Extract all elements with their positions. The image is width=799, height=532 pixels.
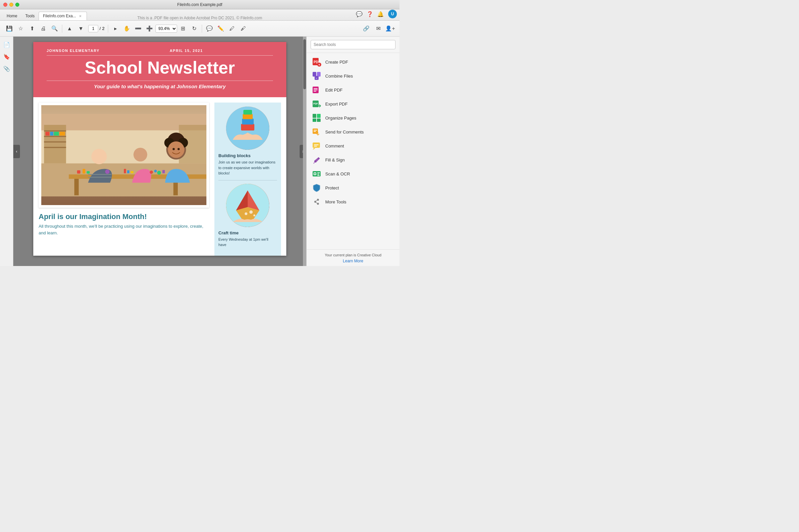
svg-rect-80 <box>314 173 316 174</box>
tab-tools-label: Tools <box>25 14 35 18</box>
email-button[interactable]: ✉ <box>373 23 383 34</box>
page-separator: / <box>99 26 101 31</box>
toolbar: 💾 ☆ ⬆ 🖨 🔍 ▲ ▼ / 2 ▸ ✋ ➖ ➕ 93.4% 50% 75% … <box>0 21 400 37</box>
tool-fill-sign[interactable]: Fill & Sign <box>307 153 400 167</box>
svg-point-49 <box>253 214 255 216</box>
save-button[interactable]: 💾 <box>4 23 15 34</box>
tool-scan-ocr[interactable]: Scan & OCR <box>307 167 400 181</box>
svg-rect-82 <box>317 174 319 174</box>
bell-icon[interactable]: 🔔 <box>378 11 383 17</box>
zoom-out-button[interactable]: ➖ <box>133 23 144 34</box>
more-tools-label: More Tools <box>325 200 346 204</box>
create-pdf-icon: PDF + <box>312 57 321 66</box>
tab-close-icon[interactable]: ✕ <box>78 14 82 18</box>
minimize-button[interactable] <box>9 3 13 7</box>
tool-combine-files[interactable]: + Combine Files <box>307 69 400 83</box>
newsletter-divider-2 <box>46 80 273 81</box>
svg-rect-42 <box>243 110 252 115</box>
svg-rect-9 <box>50 132 53 136</box>
school-name: JOHNSON ELEMENTARY <box>46 49 99 53</box>
help-icon[interactable]: ❓ <box>367 11 373 17</box>
craft-image <box>226 184 269 227</box>
svg-rect-60 <box>313 90 318 90</box>
tool-send-for-comments[interactable]: Send for Comments <box>307 125 400 139</box>
add-user-button[interactable]: 👤+ <box>385 23 396 34</box>
sidebar-section1-body: Join us as we use our imaginations to cr… <box>218 159 277 176</box>
sidebar-attachments-button[interactable]: 📎 <box>1 63 12 74</box>
organize-pages-label: Organize Pages <box>325 115 356 120</box>
comment-tool-button[interactable]: 💬 <box>204 23 215 34</box>
traffic-lights[interactable] <box>3 3 19 7</box>
rotate-button[interactable]: ↻ <box>189 23 200 34</box>
scroll-left-arrow[interactable]: ‹ <box>13 145 20 158</box>
svg-rect-32 <box>127 170 130 173</box>
tool-comment[interactable]: Comment <box>307 139 400 153</box>
combine-files-icon: + <box>312 71 321 80</box>
svg-marker-74 <box>312 148 315 150</box>
tool-edit-pdf[interactable]: Edit PDF <box>307 83 400 97</box>
svg-rect-29 <box>87 171 90 173</box>
pdf-area[interactable]: ‹ › JOHNSON ELEMENTARY APRIL 15, 2021 Sc… <box>13 37 306 266</box>
edit-pdf-label: Edit PDF <box>325 88 343 93</box>
zoom-select[interactable]: 93.4% 50% 75% 100% 125% 150% <box>155 25 177 33</box>
next-page-button[interactable]: ▼ <box>76 23 86 34</box>
svg-point-36 <box>157 171 161 175</box>
stamp-button[interactable]: 🖋 <box>238 23 249 34</box>
newsletter-main: April is our Imagination Month! All thro… <box>39 102 209 256</box>
avatar[interactable]: U <box>388 10 397 18</box>
svg-rect-41 <box>243 114 253 119</box>
highlight-button[interactable]: ✏️ <box>215 23 226 34</box>
upload-button[interactable]: ⬆ <box>26 23 37 34</box>
scrollbar-thumb[interactable] <box>303 39 306 89</box>
maximize-button[interactable] <box>15 3 19 7</box>
tool-protect[interactable]: Protect <box>307 181 400 195</box>
more-tools-icon <box>312 197 321 206</box>
learn-more-link[interactable]: Learn More <box>343 259 363 263</box>
hand-tool-button[interactable]: ✋ <box>121 23 132 34</box>
prev-page-button[interactable]: ▲ <box>64 23 75 34</box>
tab-tools[interactable]: Tools <box>21 12 39 20</box>
tool-organize-pages[interactable]: Organize Pages <box>307 111 400 125</box>
tool-create-pdf[interactable]: PDF + Create PDF <box>307 55 400 69</box>
tab-bar: Home Tools FileInfo.com Exa... ✕ This is… <box>0 9 400 21</box>
scan-ocr-icon <box>312 169 321 178</box>
fit-page-button[interactable]: ⊞ <box>178 23 188 34</box>
bookmark-button[interactable]: ☆ <box>15 23 26 34</box>
tool-export-pdf[interactable]: PDF Export PDF <box>307 97 400 111</box>
svg-text:PDF: PDF <box>313 102 318 105</box>
svg-rect-81 <box>317 172 320 173</box>
zoom-in-button[interactable]: ➕ <box>144 23 155 34</box>
sidebar-section2-body: Every Wednesday at 1pm we'll have <box>218 237 277 248</box>
search-input[interactable] <box>311 40 396 49</box>
print-button[interactable]: 🖨 <box>38 23 49 34</box>
close-button[interactable] <box>3 3 7 7</box>
svg-rect-54 <box>312 72 316 77</box>
sidebar-pages-button[interactable]: 📄 <box>1 39 12 50</box>
select-tool-button[interactable]: ▸ <box>110 23 121 34</box>
tab-home[interactable]: Home <box>3 12 21 20</box>
tab-home-label: Home <box>7 14 17 18</box>
svg-rect-11 <box>60 132 65 136</box>
sidebar-bookmarks-button[interactable]: 🔖 <box>1 51 12 62</box>
draw-button[interactable]: 🖊 <box>227 23 237 34</box>
create-pdf-label: Create PDF <box>325 60 348 64</box>
svg-rect-27 <box>77 170 80 174</box>
newsletter-meta: JOHNSON ELEMENTARY APRIL 15, 2021 <box>46 49 273 53</box>
zoom-in-search-button[interactable]: 🔍 <box>49 23 60 34</box>
newsletter-subtitle: Your guide to what's happening at Johnso… <box>46 83 273 89</box>
pdf-scrollbar[interactable] <box>303 37 306 266</box>
chat-icon[interactable]: 💬 <box>356 11 362 17</box>
svg-rect-66 <box>317 114 321 118</box>
protect-label: Protect <box>325 186 339 190</box>
pdf-page: JOHNSON ELEMENTARY APRIL 15, 2021 School… <box>33 42 286 256</box>
right-panel-footer: Your current plan is Creative Cloud Lear… <box>307 249 400 266</box>
svg-rect-83 <box>317 175 320 176</box>
tool-more-tools[interactable]: More Tools <box>307 195 400 209</box>
page-input[interactable] <box>88 25 98 32</box>
svg-rect-65 <box>312 114 316 118</box>
share-button[interactable]: 🔗 <box>361 23 372 34</box>
right-panel-search <box>307 37 400 53</box>
tab-file[interactable]: FileInfo.com Exa... ✕ <box>39 12 87 20</box>
svg-rect-76 <box>314 146 317 147</box>
newsletter-title: School Newsletter <box>46 58 273 77</box>
